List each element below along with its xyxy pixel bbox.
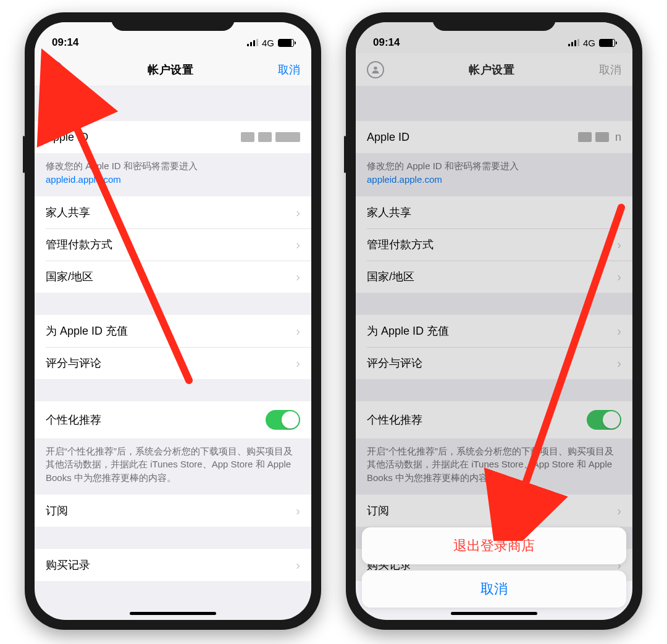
add-funds-row[interactable]: 为 Apple ID 充值 ›	[35, 315, 311, 347]
profile-icon[interactable]	[367, 61, 384, 78]
apple-id-label: Apple ID	[46, 131, 88, 144]
nav-bar: 帐户设置 取消	[35, 53, 311, 86]
chevron-right-icon: ›	[296, 325, 300, 337]
apple-id-hint: 修改您的 Apple ID 和密码将需要进入 appleid.apple.com	[356, 153, 632, 196]
row-label: 家人共享	[367, 205, 411, 220]
appleid-link[interactable]: appleid.apple.com	[367, 174, 442, 185]
chevron-right-icon: ›	[296, 357, 300, 369]
chevron-right-icon: ›	[617, 238, 621, 251]
phone-right: 09:14 4G 帐户设置 取消 Apple ID	[346, 12, 642, 630]
group-2: 为 Apple ID 充值 › 评分与评论 ›	[356, 315, 632, 379]
group-2: 为 Apple ID 充值 › 评分与评论 ›	[35, 315, 311, 379]
manage-payment-row[interactable]: 管理付款方式 ›	[35, 228, 311, 261]
personalized-recs-hint: 开启“个性化推荐”后，系统会分析您的下载项目、购买项目及其他活动数据，并据此在 …	[356, 438, 632, 495]
profile-icon[interactable]	[46, 61, 63, 78]
group-apple-id: Apple ID n	[356, 121, 632, 153]
manage-payment-row[interactable]: 管理付款方式 ›	[356, 228, 632, 261]
nav-title: 帐户设置	[148, 62, 193, 77]
country-region-row[interactable]: 国家/地区 ›	[356, 261, 632, 293]
row-label: 为 Apple ID 充值	[46, 324, 128, 338]
row-label: 国家/地区	[46, 269, 93, 284]
group-apple-id: Apple ID	[35, 121, 311, 153]
row-label: 评分与评论	[367, 356, 422, 370]
battery-icon	[278, 39, 294, 47]
personalized-recs-toggle[interactable]	[266, 410, 300, 430]
svg-point-0	[52, 66, 56, 69]
action-sheet-cancel-button[interactable]: 取消	[362, 571, 626, 608]
apple-id-label: Apple ID	[367, 131, 409, 144]
subscriptions-row[interactable]: 订阅 ›	[35, 495, 311, 527]
add-funds-row[interactable]: 为 Apple ID 充值 ›	[356, 315, 632, 347]
group-3: 个性化推荐	[35, 401, 311, 438]
row-label: 家人共享	[46, 205, 90, 220]
row-label: 评分与评论	[46, 356, 101, 370]
row-label: 个性化推荐	[46, 412, 101, 427]
svg-point-2	[374, 66, 377, 69]
apple-id-value-redacted	[241, 132, 300, 142]
family-sharing-row[interactable]: 家人共享 ›	[356, 196, 632, 228]
apple-id-row[interactable]: Apple ID	[35, 121, 311, 153]
apple-id-trail: n	[615, 131, 621, 144]
settings-list: Apple ID n 修改您的 Apple ID 和密码将需要进入 applei…	[356, 86, 632, 581]
row-label: 个性化推荐	[367, 412, 422, 427]
chevron-right-icon: ›	[617, 504, 621, 517]
personalized-recs-row: 个性化推荐	[356, 401, 632, 438]
signal-icon	[568, 39, 579, 46]
ratings-reviews-row[interactable]: 评分与评论 ›	[35, 347, 311, 379]
chevron-right-icon: ›	[296, 270, 300, 283]
nav-bar: 帐户设置 取消	[356, 53, 632, 86]
status-time: 09:14	[52, 36, 78, 49]
row-label: 订阅	[46, 503, 68, 518]
cancel-button[interactable]: 取消	[278, 62, 300, 77]
cancel-button[interactable]: 取消	[599, 62, 621, 77]
phone-left: 09:14 4G 帐户设置 取消 Ap	[25, 12, 321, 630]
personalized-recs-row: 个性化推荐	[35, 401, 311, 438]
notch	[111, 12, 235, 31]
row-label: 管理付款方式	[367, 237, 434, 252]
home-indicator	[130, 612, 216, 615]
status-time: 09:14	[373, 36, 400, 49]
subscriptions-row[interactable]: 订阅 ›	[356, 495, 632, 527]
chevron-right-icon: ›	[296, 206, 300, 219]
chevron-right-icon: ›	[296, 504, 300, 517]
row-label: 为 Apple ID 充值	[367, 324, 449, 338]
apple-id-hint: 修改您的 Apple ID 和密码将需要进入 appleid.apple.com	[35, 153, 311, 196]
country-region-row[interactable]: 国家/地区 ›	[35, 261, 311, 293]
row-label: 购买记录	[46, 558, 90, 572]
row-label: 国家/地区	[367, 269, 414, 284]
apple-id-value-redacted	[578, 132, 609, 142]
settings-list: Apple ID 修改您的 Apple ID 和密码将需要进入 appleid.…	[35, 86, 311, 581]
personalized-recs-toggle[interactable]	[587, 410, 621, 430]
network-label: 4G	[262, 38, 274, 48]
chevron-right-icon: ›	[296, 559, 300, 571]
group-4: 订阅 ›	[35, 495, 311, 527]
chevron-right-icon: ›	[296, 238, 300, 251]
chevron-right-icon: ›	[617, 206, 621, 219]
family-sharing-row[interactable]: 家人共享 ›	[35, 196, 311, 228]
appleid-link[interactable]: appleid.apple.com	[46, 174, 121, 185]
chevron-right-icon: ›	[617, 270, 621, 283]
network-label: 4G	[583, 38, 595, 48]
status-right: 4G	[247, 38, 294, 48]
status-right: 4G	[568, 38, 615, 48]
group-3: 个性化推荐	[356, 401, 632, 438]
ratings-reviews-row[interactable]: 评分与评论 ›	[356, 347, 632, 379]
apple-id-row[interactable]: Apple ID n	[356, 121, 632, 153]
purchase-history-row[interactable]: 购买记录 ›	[35, 549, 311, 581]
home-indicator	[451, 612, 537, 615]
signal-icon	[247, 39, 258, 46]
battery-icon	[599, 39, 615, 47]
chevron-right-icon: ›	[617, 325, 621, 337]
group-5: 购买记录 ›	[35, 549, 311, 581]
group-4: 订阅 ›	[356, 495, 632, 527]
row-label: 订阅	[367, 503, 389, 518]
chevron-right-icon: ›	[617, 357, 621, 369]
group-1: 家人共享 › 管理付款方式 › 国家/地区 ›	[35, 196, 311, 293]
notch	[432, 12, 556, 31]
group-1: 家人共享 › 管理付款方式 › 国家/地区 ›	[356, 196, 632, 293]
row-label: 管理付款方式	[46, 237, 112, 252]
nav-title: 帐户设置	[469, 62, 514, 77]
personalized-recs-hint: 开启“个性化推荐”后，系统会分析您的下载项目、购买项目及其他活动数据，并据此在 …	[35, 438, 311, 495]
sign-out-button[interactable]: 退出登录商店	[362, 527, 626, 564]
action-sheet: 退出登录商店 取消	[362, 527, 626, 608]
